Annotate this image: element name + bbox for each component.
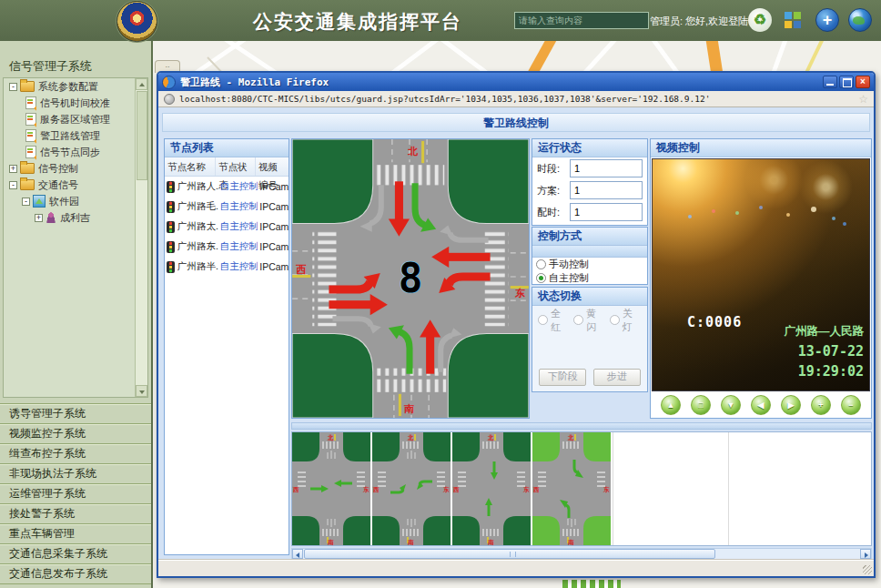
radio-icon[interactable] — [573, 315, 583, 325]
url-bar[interactable]: localhost:8080/CTC-MICS/libs/utcs/guard.… — [158, 91, 874, 107]
ptz-down-button[interactable]: ▼ — [721, 395, 741, 415]
police-badge-icon — [116, 1, 157, 42]
tree-item-server-region[interactable]: 服务器区域管理 — [4, 111, 147, 127]
status-link[interactable]: 自主控制 — [218, 240, 258, 253]
person-icon — [46, 212, 56, 223]
scroll-down-arrow[interactable] — [136, 385, 147, 397]
close-button[interactable]: × — [856, 76, 870, 88]
lights-off-option[interactable]: 关灯 — [610, 313, 639, 327]
subsystem-investigation[interactable]: 缉查布控子系统 — [0, 443, 151, 463]
radio-icon[interactable] — [538, 315, 548, 325]
tree-label: 成利吉 — [60, 211, 90, 225]
node-row[interactable]: 广州路毛... 自主控制 IPCam7 — [165, 197, 289, 217]
page-title: 警卫路线控制 — [162, 113, 870, 132]
apps-grid-icon[interactable] — [785, 12, 792, 19]
minimize-button[interactable] — [823, 76, 837, 88]
app-header: 公安交通集成指挥平台 管理员: 您好,欢迎登陆使用 ♻ + — [0, 0, 881, 41]
scrollbar-thumb[interactable] — [304, 549, 715, 559]
phase-thumbnail-3[interactable]: 北 西 东 南 — [452, 432, 531, 545]
collapse-icon[interactable]: - — [9, 181, 17, 189]
tree-item-guard-route[interactable]: 警卫路线管理 — [4, 127, 147, 144]
subsystem-traffic-info-collect[interactable]: 交通信息采集子系统 — [0, 543, 151, 563]
ptz-left-button[interactable]: ◀ — [751, 395, 771, 415]
tree-item-traffic-signal[interactable]: - 交通信号 — [4, 177, 147, 193]
status-link[interactable]: 自主控制 — [218, 220, 258, 233]
collapse-icon[interactable]: - — [9, 83, 17, 91]
phase-thumbnail-2[interactable]: 北 西 东 南 — [372, 432, 451, 545]
ptz-zoom-in-button[interactable]: + — [811, 395, 831, 415]
node-row[interactable]: 广州路太... 自主控制 IPCam8 — [165, 217, 289, 237]
tree-item-system-params[interactable]: - 系统参数配置 — [4, 78, 147, 95]
yellow-flash-option[interactable]: 黄闪 — [573, 313, 603, 327]
radio-icon[interactable] — [610, 315, 620, 325]
subsystem-traffic-info-publish[interactable]: 交通信息发布子系统 — [0, 563, 151, 584]
collapse-icon[interactable]: - — [22, 198, 30, 206]
subsystem-video-surveillance[interactable]: 视频监控子系统 — [0, 423, 151, 443]
page-content: 警卫路线控制 节点列表 节点名称 节点状态 视频编号 广州路人... 自主控制 … — [158, 107, 874, 576]
scroll-left-arrow[interactable] — [292, 549, 303, 559]
subsystem-ops-management[interactable]: 运维管理子系统 — [0, 483, 151, 503]
window-title: 警卫路线 - Mozilla Firefox — [180, 76, 821, 89]
svg-text:北: 北 — [567, 434, 574, 441]
tree-item-signal-time-calibration[interactable]: 信号机时间校准 — [4, 95, 147, 111]
globe-icon[interactable] — [848, 8, 872, 32]
ptz-up-button[interactable]: ▲ — [661, 395, 681, 415]
col-node-status: 节点状态 — [216, 157, 256, 176]
subsystem-guidance[interactable]: 诱导管理子系统 — [0, 403, 151, 423]
node-row[interactable]: 广州路半... 自主控制 IPCam10 — [165, 257, 289, 277]
next-stage-button[interactable]: 下阶段 — [539, 369, 586, 386]
tree-item-chengliji[interactable]: + 成利吉 — [4, 209, 147, 226]
tree-item-software-park[interactable]: - 软件园 — [4, 193, 147, 209]
status-link[interactable]: 自主控制 — [218, 200, 258, 213]
phase-strip: 北 西 东 南 — [291, 422, 872, 561]
status-link[interactable]: 自主控制 — [218, 180, 258, 193]
phase-thumbnail-1[interactable]: 北 西 东 南 — [292, 432, 370, 545]
refresh-icon[interactable]: ♻ — [748, 8, 772, 32]
ptz-zoom-out-button[interactable]: − — [841, 395, 861, 415]
col-video-id: 视频编号 — [256, 157, 287, 176]
expand-icon[interactable]: + — [9, 165, 17, 173]
maximize-button[interactable] — [839, 76, 854, 88]
video-frame[interactable]: C:0006 广州路—人民路 13-07-22 19:29:02 — [652, 158, 870, 391]
status-link[interactable]: 自主控制 — [218, 260, 258, 273]
url-text[interactable]: localhost:8080/CTC-MICS/libs/utcs/guard.… — [179, 94, 858, 104]
radio-icon[interactable] — [536, 259, 546, 269]
svg-text:东: 东 — [603, 486, 610, 493]
plan-input[interactable] — [570, 181, 643, 199]
traffic-light-icon — [167, 181, 175, 193]
radio-icon-selected[interactable] — [536, 273, 546, 283]
expand-icon[interactable]: + — [35, 214, 43, 222]
phase-thumbnail-4-active[interactable]: 北 西 东 南 — [532, 432, 611, 545]
scroll-up-arrow[interactable] — [136, 78, 147, 90]
scrollbar-thumb[interactable] — [137, 91, 147, 180]
state-switch-title: 状态切换 — [532, 288, 647, 306]
traffic-light-icon — [167, 221, 175, 233]
tree-scrollbar[interactable] — [135, 78, 147, 397]
state-switch-panel: 状态切换 全红 黄闪 关灯 下阶段 — [532, 287, 648, 392]
period-input[interactable] — [570, 159, 643, 177]
node-row[interactable]: 广州路东... 自主控制 IPCam9 — [165, 237, 289, 257]
timing-input[interactable] — [570, 203, 643, 221]
all-red-option[interactable]: 全红 — [538, 313, 567, 327]
add-button[interactable]: + — [815, 8, 839, 32]
tree-item-signal-node-sync[interactable]: 信号节点同步 — [4, 144, 147, 160]
svg-text:南: 南 — [327, 539, 334, 545]
svg-text:南: 南 — [567, 539, 574, 545]
subsystem-police-dispatch[interactable]: 接处警子系统 — [0, 503, 151, 523]
tree-item-signal-control[interactable]: + 信号控制 — [4, 160, 147, 177]
step-button[interactable]: 步进 — [593, 369, 641, 386]
auto-control-option[interactable]: 自主控制 — [532, 271, 647, 285]
ptz-right-button[interactable]: ▶ — [781, 395, 801, 415]
east-label: 东 — [514, 288, 526, 299]
resize-grip[interactable] — [863, 565, 872, 574]
bookmark-star-icon[interactable]: ☆ — [858, 93, 868, 106]
tree-label: 警卫路线管理 — [40, 129, 100, 143]
subsystem-offsite-enforcement[interactable]: 非现场执法子系统 — [0, 463, 151, 483]
subsystem-key-vehicles[interactable]: 重点车辆管理 — [0, 523, 151, 543]
svg-text:东: 东 — [522, 486, 530, 493]
scroll-right-arrow[interactable] — [860, 549, 871, 559]
manual-control-option[interactable]: 手动控制 — [532, 258, 647, 271]
search-input[interactable] — [514, 12, 649, 29]
ptz-stop-button[interactable]: □ — [691, 395, 711, 415]
window-titlebar[interactable]: 警卫路线 - Mozilla Firefox × — [158, 73, 874, 91]
